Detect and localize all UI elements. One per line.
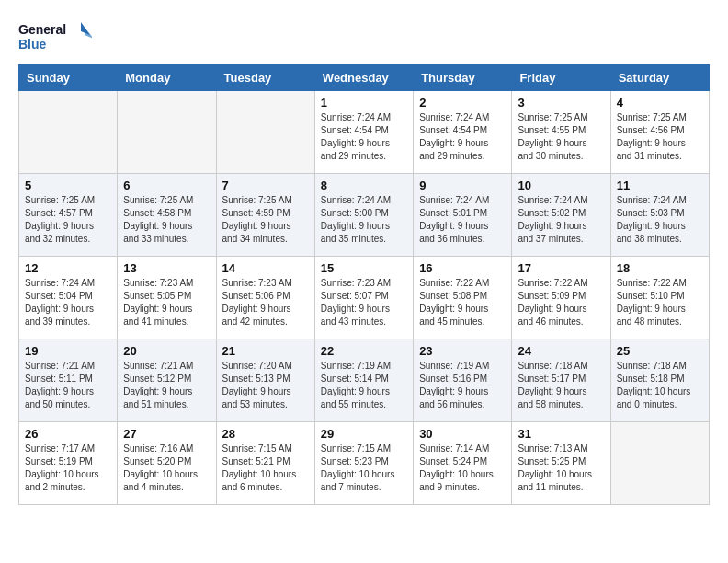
day-number: 3: [518, 96, 604, 109]
day-info: Sunrise: 7:21 AMSunset: 5:12 PMDaylight:…: [123, 360, 210, 411]
calendar-cell: 17 Sunrise: 7:22 AMSunset: 5:09 PMDaylig…: [512, 257, 610, 339]
svg-text:General: General: [18, 22, 66, 37]
day-info: Sunrise: 7:20 AMSunset: 5:13 PMDaylight:…: [222, 360, 309, 411]
day-number: 23: [419, 344, 506, 358]
day-number: 10: [518, 178, 604, 192]
day-info: Sunrise: 7:21 AMSunset: 5:11 PMDaylight:…: [25, 360, 111, 411]
day-number: 26: [25, 427, 111, 441]
day-info: Sunrise: 7:24 AMSunset: 5:01 PMDaylight:…: [419, 194, 506, 246]
calendar-header-row: SundayMondayTuesdayWednesdayThursdayFrid…: [19, 65, 710, 91]
day-info: Sunrise: 7:23 AMSunset: 5:07 PMDaylight:…: [321, 277, 407, 328]
week-row-3: 12 Sunrise: 7:24 AMSunset: 5:04 PMDaylig…: [19, 257, 710, 339]
day-info: Sunrise: 7:22 AMSunset: 5:08 PMDaylight:…: [419, 277, 506, 328]
day-info: Sunrise: 7:22 AMSunset: 5:09 PMDaylight:…: [518, 277, 604, 328]
calendar-cell: 8 Sunrise: 7:24 AMSunset: 5:00 PMDayligh…: [314, 174, 413, 257]
day-number: 18: [617, 261, 703, 275]
day-info: Sunrise: 7:22 AMSunset: 5:10 PMDaylight:…: [617, 277, 703, 328]
week-row-4: 19 Sunrise: 7:21 AMSunset: 5:11 PMDaylig…: [19, 339, 710, 422]
calendar-cell: 22 Sunrise: 7:19 AMSunset: 5:14 PMDaylig…: [314, 339, 413, 422]
calendar-cell: 15 Sunrise: 7:23 AMSunset: 5:07 PMDaylig…: [314, 257, 413, 339]
day-info: Sunrise: 7:15 AMSunset: 5:23 PMDaylight:…: [321, 442, 407, 494]
day-number: 2: [419, 96, 506, 109]
day-info: Sunrise: 7:15 AMSunset: 5:21 PMDaylight:…: [222, 442, 309, 494]
day-number: 17: [518, 261, 604, 275]
week-row-5: 26 Sunrise: 7:17 AMSunset: 5:19 PMDaylig…: [19, 422, 710, 505]
day-number: 25: [617, 344, 703, 358]
day-info: Sunrise: 7:25 AMSunset: 4:58 PMDaylight:…: [123, 194, 210, 246]
day-number: 5: [25, 178, 111, 192]
calendar-cell: 3 Sunrise: 7:25 AMSunset: 4:55 PMDayligh…: [512, 91, 610, 174]
calendar-cell: [19, 91, 118, 174]
calendar-cell: 25 Sunrise: 7:18 AMSunset: 5:18 PMDaylig…: [610, 339, 709, 422]
calendar-cell: 24 Sunrise: 7:18 AMSunset: 5:17 PMDaylig…: [512, 339, 610, 422]
day-number: 7: [222, 178, 309, 192]
day-info: Sunrise: 7:24 AMSunset: 4:54 PMDaylight:…: [321, 111, 407, 163]
calendar-cell: 29 Sunrise: 7:15 AMSunset: 5:23 PMDaylig…: [314, 422, 413, 505]
day-number: 19: [25, 344, 111, 358]
day-number: 20: [123, 344, 210, 358]
calendar-cell: [118, 91, 216, 174]
day-info: Sunrise: 7:19 AMSunset: 5:14 PMDaylight:…: [321, 360, 407, 411]
calendar-cell: 2 Sunrise: 7:24 AMSunset: 4:54 PMDayligh…: [414, 91, 512, 174]
day-info: Sunrise: 7:19 AMSunset: 5:16 PMDaylight:…: [419, 360, 506, 411]
day-info: Sunrise: 7:25 AMSunset: 4:56 PMDaylight:…: [617, 111, 703, 163]
day-number: 13: [123, 261, 210, 275]
day-number: 14: [222, 261, 309, 275]
page-header: General Blue: [18, 18, 710, 55]
calendar-cell: 4 Sunrise: 7:25 AMSunset: 4:56 PMDayligh…: [610, 91, 709, 174]
calendar-cell: 13 Sunrise: 7:23 AMSunset: 5:05 PMDaylig…: [118, 257, 216, 339]
calendar-cell: 26 Sunrise: 7:17 AMSunset: 5:19 PMDaylig…: [19, 422, 118, 505]
calendar-cell: 14 Sunrise: 7:23 AMSunset: 5:06 PMDaylig…: [216, 257, 314, 339]
day-number: 22: [321, 344, 407, 358]
calendar-cell: 27 Sunrise: 7:16 AMSunset: 5:20 PMDaylig…: [118, 422, 216, 505]
calendar-cell: 11 Sunrise: 7:24 AMSunset: 5:03 PMDaylig…: [610, 174, 709, 257]
logo-svg: General Blue: [18, 18, 92, 55]
day-number: 9: [419, 178, 506, 192]
day-info: Sunrise: 7:24 AMSunset: 4:54 PMDaylight:…: [419, 111, 506, 163]
day-info: Sunrise: 7:18 AMSunset: 5:18 PMDaylight:…: [617, 360, 703, 411]
day-number: 24: [518, 344, 604, 358]
day-number: 29: [321, 427, 407, 441]
day-number: 1: [321, 96, 407, 109]
day-info: Sunrise: 7:24 AMSunset: 5:00 PMDaylight:…: [321, 194, 407, 246]
calendar-cell: 7 Sunrise: 7:25 AMSunset: 4:59 PMDayligh…: [216, 174, 314, 257]
calendar-cell: 1 Sunrise: 7:24 AMSunset: 4:54 PMDayligh…: [314, 91, 413, 174]
calendar-cell: 31 Sunrise: 7:13 AMSunset: 5:25 PMDaylig…: [512, 422, 610, 505]
day-info: Sunrise: 7:24 AMSunset: 5:04 PMDaylight:…: [25, 277, 111, 328]
header-friday: Friday: [512, 65, 610, 91]
calendar-cell: 30 Sunrise: 7:14 AMSunset: 5:24 PMDaylig…: [414, 422, 512, 505]
day-number: 16: [419, 261, 506, 275]
logo: General Blue: [18, 18, 92, 55]
calendar-table: SundayMondayTuesdayWednesdayThursdayFrid…: [18, 64, 710, 505]
header-sunday: Sunday: [19, 65, 118, 91]
day-info: Sunrise: 7:25 AMSunset: 4:55 PMDaylight:…: [518, 111, 604, 163]
calendar-cell: 18 Sunrise: 7:22 AMSunset: 5:10 PMDaylig…: [610, 257, 709, 339]
calendar-cell: 5 Sunrise: 7:25 AMSunset: 4:57 PMDayligh…: [19, 174, 118, 257]
svg-marker-3: [85, 28, 92, 39]
calendar-cell: 9 Sunrise: 7:24 AMSunset: 5:01 PMDayligh…: [414, 174, 512, 257]
week-row-1: 1 Sunrise: 7:24 AMSunset: 4:54 PMDayligh…: [19, 91, 710, 174]
day-number: 4: [617, 96, 703, 109]
day-number: 30: [419, 427, 506, 441]
calendar-cell: 10 Sunrise: 7:24 AMSunset: 5:02 PMDaylig…: [512, 174, 610, 257]
day-number: 6: [123, 178, 210, 192]
day-number: 12: [25, 261, 111, 275]
header-tuesday: Tuesday: [216, 65, 314, 91]
calendar-cell: 23 Sunrise: 7:19 AMSunset: 5:16 PMDaylig…: [414, 339, 512, 422]
calendar-cell: 12 Sunrise: 7:24 AMSunset: 5:04 PMDaylig…: [19, 257, 118, 339]
day-number: 15: [321, 261, 407, 275]
header-monday: Monday: [118, 65, 216, 91]
day-info: Sunrise: 7:14 AMSunset: 5:24 PMDaylight:…: [419, 442, 506, 494]
header-thursday: Thursday: [414, 65, 512, 91]
day-info: Sunrise: 7:16 AMSunset: 5:20 PMDaylight:…: [123, 442, 210, 494]
day-info: Sunrise: 7:25 AMSunset: 4:57 PMDaylight:…: [25, 194, 111, 246]
calendar-cell: 28 Sunrise: 7:15 AMSunset: 5:21 PMDaylig…: [216, 422, 314, 505]
calendar-cell: [610, 422, 709, 505]
day-number: 27: [123, 427, 210, 441]
day-info: Sunrise: 7:25 AMSunset: 4:59 PMDaylight:…: [222, 194, 309, 246]
day-info: Sunrise: 7:13 AMSunset: 5:25 PMDaylight:…: [518, 442, 604, 494]
day-number: 11: [617, 178, 703, 192]
day-number: 31: [518, 427, 604, 441]
day-number: 8: [321, 178, 407, 192]
day-info: Sunrise: 7:24 AMSunset: 5:03 PMDaylight:…: [617, 194, 703, 246]
